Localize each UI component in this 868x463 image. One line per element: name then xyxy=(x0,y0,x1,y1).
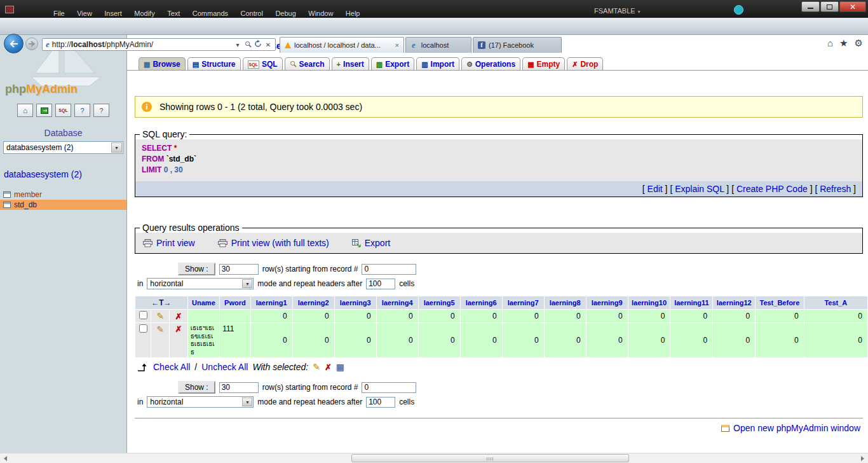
row-actions-header[interactable]: ←T→ xyxy=(135,296,188,310)
horizontal-scrollbar[interactable] xyxy=(0,453,868,463)
menu-control[interactable]: Control xyxy=(240,10,262,17)
export-link[interactable]: Export xyxy=(352,238,390,248)
export-icon: ▥ xyxy=(376,61,383,68)
tab-empty[interactable]: ▦Empty xyxy=(522,57,565,70)
tab-browse[interactable]: ▦Browse xyxy=(139,57,186,70)
column-header[interactable]: laerning10 xyxy=(628,296,670,310)
sidebar-table-member[interactable]: member xyxy=(0,190,126,200)
menu-insert[interactable]: Insert xyxy=(104,10,122,17)
scroll-left-button[interactable] xyxy=(0,453,11,463)
column-header[interactable]: laerning11 xyxy=(670,296,713,310)
delete-row-icon[interactable]: ✗ xyxy=(175,324,182,334)
start-record-input[interactable] xyxy=(362,264,416,275)
print-view-link[interactable]: Print view xyxy=(143,238,195,248)
tab-operations[interactable]: ⚙Operations xyxy=(461,57,520,70)
repeat-headers-input[interactable] xyxy=(366,397,395,408)
session-label[interactable]: FSAMTABLE▾ xyxy=(594,7,641,15)
edit-row-icon[interactable]: ✎ xyxy=(156,311,164,321)
create-php-code-link[interactable]: Create PHP Code xyxy=(736,184,808,194)
close-tab-icon[interactable]: × xyxy=(395,41,399,49)
forward-button[interactable] xyxy=(25,38,38,50)
tab-drop[interactable]: ✗Drop xyxy=(567,57,603,70)
rows-count-input[interactable] xyxy=(219,264,259,275)
uncheck-all-link[interactable]: Uncheck All xyxy=(201,362,248,372)
tab-sql[interactable]: SQLSQL xyxy=(243,57,283,70)
edit-row-icon[interactable]: ✎ xyxy=(156,324,164,335)
address-dropdown-icon[interactable]: ▾ xyxy=(233,41,243,48)
refresh-link[interactable]: Refresh xyxy=(820,184,851,194)
query-window-button[interactable]: SQL xyxy=(55,104,71,117)
tab-export[interactable]: ▥Export xyxy=(371,57,414,70)
show-button[interactable]: Show : xyxy=(178,381,215,394)
browser-tab-localhost[interactable]: e localhost xyxy=(405,37,471,53)
tab-import[interactable]: ▥Import xyxy=(416,57,459,70)
menu-commands[interactable]: Commands xyxy=(193,10,228,17)
column-header[interactable]: Test_A xyxy=(804,296,867,310)
menu-view[interactable]: View xyxy=(77,10,92,17)
menu-window[interactable]: Window xyxy=(308,10,333,17)
check-all-link[interactable]: Check All xyxy=(153,362,190,372)
explain-sql-link[interactable]: Explain SQL xyxy=(675,184,724,194)
column-header[interactable]: laerning1 xyxy=(250,296,292,310)
minimize-button[interactable] xyxy=(801,1,820,12)
home-icon[interactable]: ⌂ xyxy=(827,38,833,49)
refresh-icon[interactable] xyxy=(253,40,263,49)
change-selected-icon[interactable]: ✎ xyxy=(313,362,320,372)
stop-icon[interactable]: ✕ xyxy=(263,41,273,48)
tab-structure[interactable]: ▤Structure xyxy=(187,57,241,70)
menu-text[interactable]: Text xyxy=(167,10,180,17)
scroll-right-button[interactable] xyxy=(857,453,868,463)
tab-search[interactable]: Search xyxy=(285,57,330,70)
tools-gear-icon[interactable]: ⚙ xyxy=(855,38,863,49)
column-header[interactable]: laerning12 xyxy=(713,296,756,310)
delete-row-icon[interactable]: ✗ xyxy=(175,312,182,321)
pma-docs-button[interactable]: ? xyxy=(74,104,90,117)
menu-debug[interactable]: Debug xyxy=(275,10,295,17)
mysql-docs-button[interactable]: ? xyxy=(93,104,109,117)
column-header[interactable]: laerning8 xyxy=(544,296,586,310)
messenger-app-icon[interactable] xyxy=(734,5,743,15)
export-selected-icon[interactable]: ▦ xyxy=(336,362,344,372)
column-header[interactable]: Uname xyxy=(187,296,220,310)
column-header[interactable]: Test_Before xyxy=(756,296,804,310)
scrollbar-thumb[interactable] xyxy=(351,454,629,462)
column-header[interactable]: laerning4 xyxy=(376,296,418,310)
close-button[interactable]: ✕ xyxy=(839,1,866,12)
column-header[interactable]: laerning3 xyxy=(334,296,376,310)
column-header[interactable]: laerning9 xyxy=(586,296,628,310)
print-view-full-texts-link[interactable]: Print view (with full texts) xyxy=(218,238,329,248)
menu-help[interactable]: Help xyxy=(346,10,360,17)
home-button[interactable]: ⌂ xyxy=(17,104,33,117)
show-button[interactable]: Show : xyxy=(178,263,215,275)
menu-file[interactable]: File xyxy=(53,10,65,17)
open-new-window-link[interactable]: Open new phpMyAdmin window xyxy=(721,423,860,433)
browser-tab-facebook[interactable]: f (17) Facebook xyxy=(473,37,562,53)
tab-insert[interactable]: +Insert xyxy=(332,57,369,70)
column-header[interactable]: laerning2 xyxy=(292,296,334,310)
favorites-star-icon[interactable]: ★ xyxy=(839,38,848,49)
search-icon[interactable] xyxy=(243,41,253,49)
start-record-input[interactable] xyxy=(362,382,416,393)
column-header[interactable]: laerning7 xyxy=(502,296,544,310)
database-link[interactable]: databasesystem (2) xyxy=(4,169,126,179)
column-header[interactable]: Pword xyxy=(220,296,250,310)
browser-tab-phpmyadmin[interactable]: localhost / localhost / data... × xyxy=(280,37,404,53)
mode-select[interactable]: horizontal ▼ xyxy=(147,278,254,289)
sidebar-table-std-db[interactable]: std_db xyxy=(0,200,126,210)
back-button[interactable] xyxy=(4,34,24,53)
restore-button[interactable] xyxy=(820,1,839,12)
logout-button[interactable] xyxy=(36,104,52,117)
row-checkbox[interactable] xyxy=(139,324,147,333)
delete-selected-icon[interactable]: ✗ xyxy=(325,363,332,372)
column-header[interactable]: laerning6 xyxy=(460,296,502,310)
row-checkbox[interactable] xyxy=(139,311,147,319)
restore-icon xyxy=(827,4,832,10)
rows-count-input[interactable] xyxy=(219,382,259,393)
edit-link[interactable]: Edit xyxy=(648,184,663,194)
column-header[interactable]: laerning5 xyxy=(418,296,460,310)
menu-modify[interactable]: Modify xyxy=(134,10,154,17)
database-select[interactable]: databasesystem (2) ▼ xyxy=(3,141,123,154)
address-bar[interactable]: e http://localhost/phpMyAdmin/ ▾ ✕ xyxy=(42,38,276,51)
mode-select[interactable]: horizontal ▼ xyxy=(147,396,254,408)
repeat-headers-input[interactable] xyxy=(366,279,395,289)
